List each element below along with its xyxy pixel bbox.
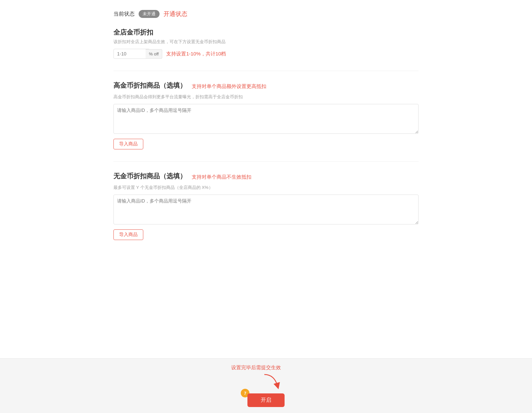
store-discount-desc: 该折扣对全店上架商品生效，可在下方设置无金币折扣商品: [113, 39, 419, 45]
store-discount-section: 全店金币折扣 该折扣对全店上架商品生效，可在下方设置无金币折扣商品 % off …: [113, 28, 419, 59]
high-discount-textarea[interactable]: [113, 104, 419, 134]
no-discount-subtitle: 支持对单个商品不生效抵扣: [192, 174, 251, 180]
discount-input-row: % off 支持设置1-10%，共计10档: [113, 49, 419, 59]
high-discount-import-btn[interactable]: 导入商品: [113, 139, 143, 149]
discount-suffix: % off: [146, 49, 162, 59]
high-discount-section: 高金币折扣商品（选填） 支持对单个商品额外设置更高抵扣 高金币折扣商品会得到更多…: [113, 81, 419, 149]
high-discount-desc: 高金币折扣商品会得到更多平台流量曝光，折扣需高于全店金币折扣: [113, 94, 419, 100]
high-discount-subtitle: 支持对单个商品额外设置更高抵扣: [192, 83, 266, 90]
page-container: 当前状态 未开通 开通状态 全店金币折扣 该折扣对全店上架商品生效，可在下方设置…: [100, 0, 432, 292]
store-discount-title: 全店金币折扣: [113, 28, 419, 37]
high-discount-title: 高金币折扣商品（选填）: [113, 81, 186, 90]
discount-input-wrapper: % off: [113, 49, 162, 59]
discount-input[interactable]: [113, 49, 150, 59]
status-row: 当前状态 未开通 开通状态: [113, 10, 419, 18]
status-label: 当前状态: [113, 11, 135, 18]
no-discount-desc: 最多可设置 Y 个无金币折扣商品（全店商品的 X%）: [113, 185, 419, 191]
divider-1: [113, 71, 419, 71]
no-discount-import-btn[interactable]: 导入商品: [113, 229, 143, 240]
no-discount-textarea[interactable]: [113, 195, 419, 224]
no-discount-title-row: 无金币折扣商品（选填） 支持对单个商品不生效抵扣: [113, 172, 419, 183]
divider-2: [113, 161, 419, 162]
open-status-link[interactable]: 开通状态: [164, 10, 187, 18]
discount-hint: 支持设置1-10%，共计10档: [166, 51, 226, 57]
no-discount-section: 无金币折扣商品（选填） 支持对单个商品不生效抵扣 最多可设置 Y 个无金币折扣商…: [113, 172, 419, 240]
high-discount-title-row: 高金币折扣商品（选填） 支持对单个商品额外设置更高抵扣: [113, 81, 419, 92]
no-discount-title: 无金币折扣商品（选填）: [113, 172, 186, 181]
status-badge: 未开通: [139, 10, 160, 18]
